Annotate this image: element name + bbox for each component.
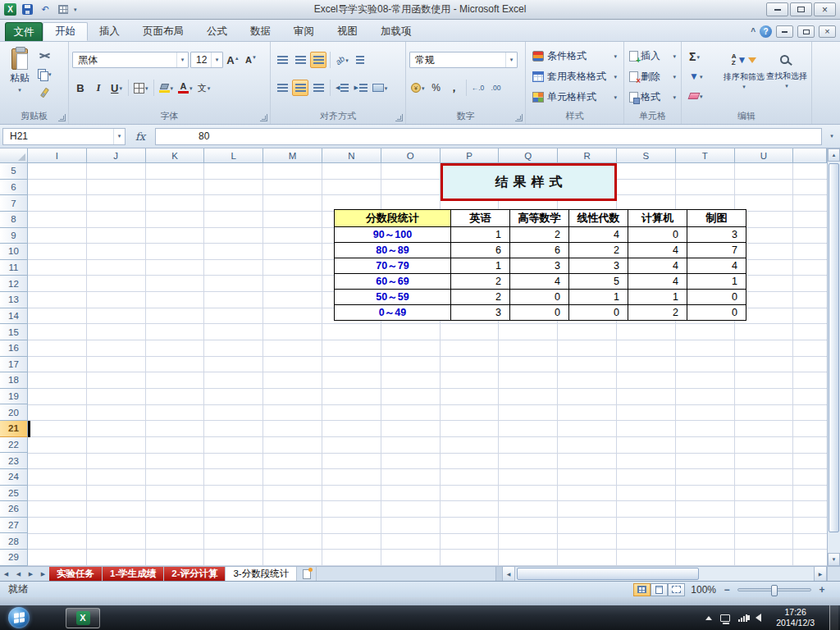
align-top-button[interactable]	[274, 52, 290, 68]
decrease-decimal-button[interactable]: .00	[488, 80, 504, 96]
delete-cells-button[interactable]: 删除 ▾	[628, 66, 678, 87]
row-header-26[interactable]: 26	[0, 501, 28, 518]
previous-sheet-button[interactable]: ◀	[12, 567, 25, 581]
score-value-cell[interactable]: 6	[451, 243, 510, 258]
score-value-cell[interactable]: 3	[510, 258, 569, 274]
score-value-cell[interactable]: 2	[628, 305, 687, 321]
font-name-select[interactable]: 黑体 ▾	[72, 52, 189, 68]
row-header-20[interactable]: 20	[0, 404, 28, 421]
copy-button[interactable]: ▾	[36, 66, 53, 82]
table-header-5[interactable]: 制图	[687, 210, 746, 227]
align-right-button[interactable]	[310, 80, 326, 96]
row-header-27[interactable]: 27	[0, 518, 28, 534]
column-header-J[interactable]: J	[87, 148, 146, 163]
qat-customize-arrow[interactable]: ▾	[74, 7, 77, 13]
horizontal-scroll-thumb[interactable]	[517, 568, 699, 580]
vertical-scroll-thumb[interactable]	[829, 163, 839, 532]
score-range-cell[interactable]: 70～79	[335, 258, 451, 274]
decrease-indent-button[interactable]: ◀	[334, 80, 350, 96]
ribbon-tab-页面布局[interactable]: 页面布局	[131, 22, 195, 41]
underline-button[interactable]: U▾	[108, 80, 125, 96]
minimize-ribbon-icon[interactable]: ^	[751, 27, 756, 36]
file-tab[interactable]: 文件	[5, 22, 43, 41]
taskbar-excel-button[interactable]: X	[66, 608, 100, 628]
score-range-cell[interactable]: 90～100	[335, 227, 451, 243]
page-layout-view-button[interactable]	[651, 583, 668, 596]
conditional-formatting-button[interactable]: 条件格式 ▾	[529, 46, 620, 66]
table-header-4[interactable]: 计算机	[628, 210, 687, 227]
score-value-cell[interactable]: 0	[510, 305, 569, 321]
currency-format-button[interactable]: ¥▾	[409, 80, 427, 96]
clear-button[interactable]: ▾	[685, 88, 723, 104]
table-header-1[interactable]: 英语	[451, 210, 510, 227]
align-center-button[interactable]	[292, 80, 308, 96]
volume-icon[interactable]	[756, 614, 761, 622]
column-header-L[interactable]: L	[204, 148, 263, 163]
signal-icon[interactable]	[738, 614, 747, 622]
align-bottom-button[interactable]	[310, 52, 326, 68]
row-header-22[interactable]: 22	[0, 437, 28, 454]
zoom-in-button[interactable]: +	[817, 584, 827, 596]
select-all-corner[interactable]	[0, 148, 28, 163]
comma-format-button[interactable]: ，	[446, 80, 463, 96]
row-header-6[interactable]: 6	[0, 180, 28, 196]
row-header-29[interactable]: 29	[0, 550, 28, 566]
score-range-cell[interactable]: 60～69	[335, 274, 451, 290]
excel-app-icon[interactable]: X	[4, 3, 16, 16]
table-header-0[interactable]: 分数段统计	[335, 210, 451, 227]
score-value-cell[interactable]: 1	[569, 290, 628, 305]
score-value-cell[interactable]: 3	[451, 305, 510, 321]
insert-cells-button[interactable]: 插入 ▾	[628, 46, 678, 66]
help-icon[interactable]: ?	[760, 25, 772, 38]
row-header-25[interactable]: 25	[0, 486, 28, 502]
horizontal-scrollbar[interactable]: ◀ ▶	[495, 567, 840, 581]
column-header-K[interactable]: K	[146, 148, 205, 163]
row-header-10[interactable]: 10	[0, 244, 28, 260]
scroll-left-button[interactable]: ◀	[502, 567, 515, 581]
grow-font-button[interactable]: A▲	[225, 52, 241, 68]
score-value-cell[interactable]: 3	[687, 227, 746, 243]
score-value-cell[interactable]: 6	[510, 243, 569, 258]
score-value-cell[interactable]: 1	[628, 290, 687, 305]
score-value-cell[interactable]: 5	[569, 274, 628, 290]
table-header-2[interactable]: 高等数学	[510, 210, 569, 227]
score-value-cell[interactable]: 0	[628, 227, 687, 243]
row-header-12[interactable]: 12	[0, 276, 28, 292]
zoom-slider-thumb[interactable]	[771, 585, 778, 596]
align-middle-button[interactable]	[292, 52, 308, 68]
format-cells-button[interactable]: 格式 ▾	[628, 87, 678, 107]
increase-decimal-button[interactable]: ←.0	[470, 80, 486, 96]
font-dialog-launcher[interactable]	[260, 114, 267, 121]
last-sheet-button[interactable]: ▶	[37, 567, 49, 581]
score-value-cell[interactable]: 4	[628, 258, 687, 274]
insert-function-button[interactable]: fx	[130, 130, 151, 143]
column-header-T[interactable]: T	[676, 148, 735, 163]
ribbon-tab-加载项[interactable]: 加载项	[369, 22, 423, 41]
bold-button[interactable]: B	[72, 80, 89, 96]
ribbon-tab-插入[interactable]: 插入	[88, 22, 131, 41]
zoom-level[interactable]: 100%	[691, 584, 716, 596]
start-button[interactable]	[8, 607, 30, 628]
score-value-cell[interactable]: 7	[687, 243, 746, 258]
row-header-11[interactable]: 11	[0, 260, 28, 276]
result-style-box[interactable]: 结果样式	[441, 163, 617, 201]
column-header-P[interactable]: P	[441, 148, 500, 163]
number-dialog-launcher[interactable]	[515, 114, 523, 121]
zoom-out-button[interactable]: −	[722, 584, 732, 596]
column-header-I[interactable]: I	[28, 148, 87, 163]
score-range-cell[interactable]: 50～59	[335, 290, 451, 305]
sheet-tab-实验任务[interactable]: 实验任务	[49, 567, 103, 581]
horizontal-scroll-track[interactable]	[515, 567, 814, 581]
score-value-cell[interactable]: 2	[451, 274, 510, 290]
show-desktop-button[interactable]	[829, 605, 838, 630]
score-value-cell[interactable]: 4	[569, 227, 628, 243]
expand-formula-bar-icon[interactable]: ▾	[826, 133, 838, 139]
vertical-scrollbar[interactable]: ▲ ▼	[827, 148, 840, 566]
cell-styles-button[interactable]: 单元格样式 ▾	[529, 87, 620, 107]
format-as-table-button[interactable]: 套用表格格式 ▾	[529, 66, 620, 87]
undo-button[interactable]: ↶	[38, 2, 52, 16]
score-value-cell[interactable]: 4	[510, 274, 569, 290]
taskbar-clock[interactable]: 17:26 2014/12/3	[769, 607, 821, 628]
close-button[interactable]: ×	[814, 2, 836, 16]
row-header-7[interactable]: 7	[0, 195, 28, 212]
